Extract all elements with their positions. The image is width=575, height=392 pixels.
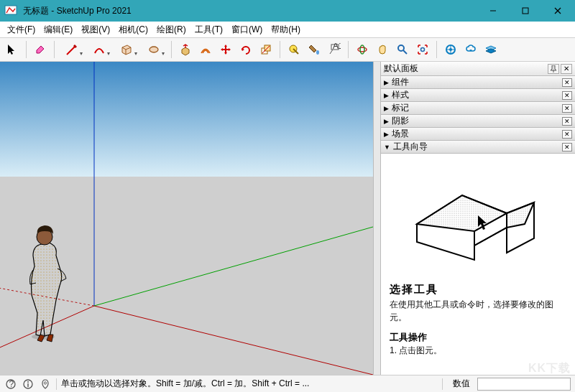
instructor-ops-title: 工具操作: [390, 331, 566, 344]
default-tray: 默认面板 ✕ ▶组件✕ ▶样式✕ ▶标记✕ ▶阴影✕ ▶场景✕ ▼工具向导✕ 选…: [380, 62, 575, 375]
svg-rect-2: [523, 8, 528, 14]
section-close-icon[interactable]: ✕: [562, 91, 572, 100]
rotate-tool[interactable]: [236, 40, 255, 59]
measurement-input[interactable]: [477, 378, 571, 391]
tray-header[interactable]: 默认面板 ✕: [381, 62, 575, 76]
menu-view[interactable]: 视图(V): [77, 22, 114, 37]
separator: [442, 378, 443, 390]
svg-point-5: [150, 47, 158, 52]
separator: [56, 378, 57, 390]
paint-tool[interactable]: [305, 40, 323, 59]
triangle-right-icon: ▶: [384, 92, 389, 99]
move-tool[interactable]: [216, 40, 235, 59]
triangle-down-icon: ▼: [384, 144, 390, 151]
svg-point-32: [27, 381, 29, 383]
separator: [348, 41, 349, 58]
triangle-right-icon: ▶: [384, 105, 389, 112]
pin-icon[interactable]: [548, 64, 559, 74]
info-icon[interactable]: [22, 378, 34, 391]
panel-drag-bar[interactable]: [373, 62, 380, 375]
svg-text:A1: A1: [333, 43, 341, 51]
menu-file[interactable]: 文件(F): [3, 22, 40, 37]
section-close-icon[interactable]: ✕: [562, 104, 572, 113]
svg-point-9: [316, 50, 319, 55]
maximize-button[interactable]: [509, 0, 541, 22]
tape-tool[interactable]: [285, 40, 303, 59]
separator: [436, 41, 437, 58]
section-close-icon[interactable]: ✕: [562, 78, 572, 87]
section-scenes[interactable]: ▶场景✕: [381, 128, 575, 141]
warehouse-tool[interactable]: [441, 40, 460, 59]
section-shadows[interactable]: ▶阴影✕: [381, 115, 575, 128]
svg-point-14: [398, 45, 404, 51]
section-close-icon[interactable]: ✕: [562, 117, 572, 126]
viewport-3d[interactable]: [0, 62, 373, 375]
svg-rect-19: [0, 62, 373, 177]
separator: [54, 41, 55, 58]
zoom-extents-tool[interactable]: [413, 40, 432, 59]
separator: [26, 41, 27, 58]
eraser-tool[interactable]: [31, 40, 50, 59]
pan-tool[interactable]: [373, 40, 392, 59]
triangle-right-icon: ▶: [384, 118, 389, 125]
separator: [280, 41, 280, 58]
circle-tool[interactable]: [141, 40, 167, 59]
menu-camera[interactable]: 相机(C): [114, 22, 152, 37]
app-icon: [4, 4, 19, 18]
menu-edit[interactable]: 编辑(E): [40, 22, 77, 37]
instructor-illustration: [406, 174, 550, 274]
separator: [171, 41, 172, 58]
instructor-content: 选择工具 在使用其他工具或命令时，选择要修改的图元。 工具操作 1. 点击图元。: [381, 154, 575, 375]
instructor-op-item: 1. 点击图元。: [390, 344, 566, 357]
svg-point-12: [358, 47, 367, 52]
help-icon[interactable]: ?: [4, 378, 17, 391]
arc-tool[interactable]: [86, 40, 112, 59]
section-components[interactable]: ▶组件✕: [381, 76, 575, 89]
section-instructor[interactable]: ▼工具向导✕: [381, 141, 575, 154]
status-hint: 单击或拖动以选择对象。Shift = 加/减。Ctrl = 加。Shift + …: [61, 378, 438, 390]
select-tool[interactable]: [3, 40, 22, 59]
minimize-button[interactable]: [477, 0, 509, 22]
line-tool[interactable]: [59, 40, 85, 59]
tray-title: 默认面板: [384, 62, 418, 75]
instructor-heading: 选择工具: [390, 283, 566, 297]
svg-point-34: [44, 381, 46, 383]
svg-point-15: [421, 48, 425, 52]
scale-tool[interactable]: [257, 40, 275, 59]
status-bar: ? 单击或拖动以选择对象。Shift = 加/减。Ctrl = 加。Shift …: [0, 375, 575, 392]
tray-close-icon[interactable]: ✕: [561, 64, 572, 74]
measurement-label: 数值: [447, 378, 470, 390]
menu-draw[interactable]: 绘图(R): [152, 22, 190, 37]
pushpull-tool[interactable]: [176, 40, 195, 59]
offset-tool[interactable]: [196, 40, 215, 59]
layer-tool[interactable]: [482, 40, 500, 59]
section-tags[interactable]: ▶标记✕: [381, 102, 575, 115]
svg-point-13: [360, 45, 364, 54]
triangle-right-icon: ▶: [384, 131, 389, 138]
instructor-description: 在使用其他工具或命令时，选择要修改的图元。: [390, 298, 566, 324]
window-title: 无标题 - SketchUp Pro 2021: [22, 5, 477, 17]
section-close-icon[interactable]: ✕: [562, 143, 572, 151]
text-tool[interactable]: A1: [325, 40, 344, 59]
toolbar: A1: [0, 37, 575, 62]
menu-tools[interactable]: 工具(T): [190, 22, 227, 37]
orbit-tool[interactable]: [353, 40, 372, 59]
svg-text:?: ?: [9, 379, 14, 389]
rectangle-tool[interactable]: [114, 40, 139, 59]
menu-window[interactable]: 窗口(W): [227, 22, 267, 37]
menu-bar: 文件(F) 编辑(E) 视图(V) 相机(C) 绘图(R) 工具(T) 窗口(W…: [0, 22, 575, 37]
close-button[interactable]: [541, 0, 574, 22]
section-styles[interactable]: ▶样式✕: [381, 89, 575, 102]
section-close-icon[interactable]: ✕: [562, 130, 572, 139]
extension-tool[interactable]: [461, 40, 480, 59]
svg-rect-33: [27, 383, 28, 387]
triangle-right-icon: ▶: [384, 79, 389, 86]
geo-icon[interactable]: [39, 378, 52, 391]
title-bar: 无标题 - SketchUp Pro 2021: [0, 0, 575, 22]
menu-help[interactable]: 帮助(H): [267, 22, 305, 37]
zoom-tool[interactable]: [393, 40, 412, 59]
work-area: 默认面板 ✕ ▶组件✕ ▶样式✕ ▶标记✕ ▶阴影✕ ▶场景✕ ▼工具向导✕ 选…: [0, 62, 575, 375]
